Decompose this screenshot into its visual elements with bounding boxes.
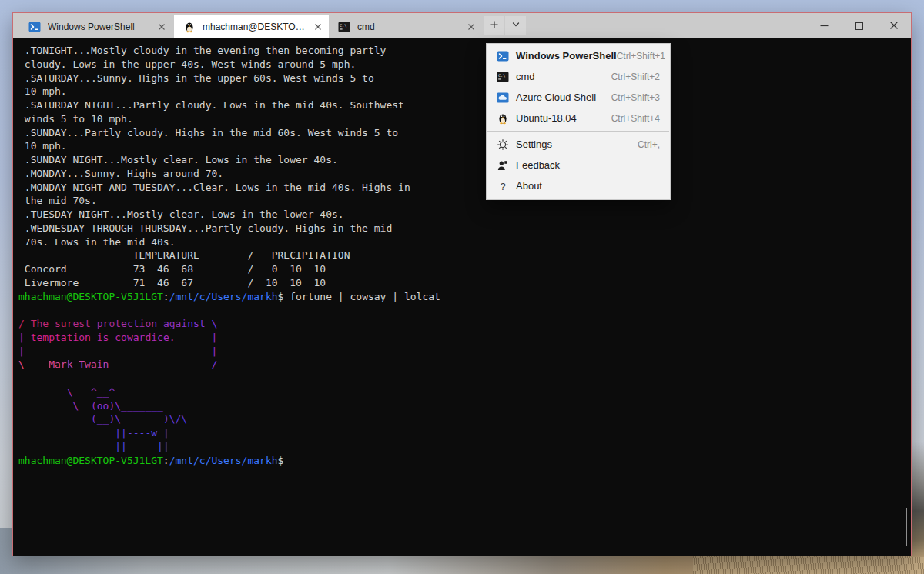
cowsay-line: _______________________________	[18, 303, 911, 317]
tab-label: mhachman@DESKTOP-V5J1LGT	[203, 22, 309, 32]
terminal-scrollbar[interactable]	[906, 508, 907, 546]
cmd-icon: C:\	[497, 71, 509, 83]
terminal-line: .SATURDAY...Sunny. Highs in the upper 60…	[18, 72, 911, 85]
window-controls	[807, 13, 911, 38]
menu-item-cmd[interactable]: C:\cmdCtrl+Shift+2	[487, 66, 670, 87]
maximize-button[interactable]	[842, 13, 876, 38]
minimize-icon	[820, 19, 829, 33]
terminal-line: 10 mph.	[18, 139, 911, 153]
cowsay-line: -------------------------------	[18, 372, 911, 385]
menu-item-about[interactable]: ?About	[487, 175, 670, 196]
profile-menu: Windows PowerShellCtrl+Shift+1C:\cmdCtrl…	[486, 43, 671, 200]
menu-item-label: Windows PowerShell	[516, 50, 617, 62]
powershell-icon	[497, 50, 509, 62]
feedback-icon	[497, 159, 509, 172]
tab-close-button[interactable]	[156, 21, 168, 33]
terminal-line: .TUESDAY NIGHT...Mostly clear. Lows in t…	[18, 208, 911, 222]
tab-label: Windows PowerShell	[48, 22, 151, 32]
terminal-window: Windows PowerShellmhachman@DESKTOP-V5J1L…	[12, 12, 912, 556]
minimize-button[interactable]	[807, 13, 842, 38]
terminal-line: Livermore 71 46 67 / 10 10 10	[18, 276, 911, 290]
svg-text:?: ?	[500, 180, 505, 192]
terminal-line: Concord 73 46 68 / 0 10 10	[18, 262, 911, 276]
cmd-icon: C:\	[338, 21, 350, 33]
profile-dropdown-button[interactable]	[505, 16, 526, 35]
menu-divider	[487, 131, 669, 132]
tab-strip: Windows PowerShellmhachman@DESKTOP-V5J1L…	[19, 13, 484, 38]
menu-item-label: Azure Cloud Shell	[516, 92, 596, 103]
menu-item-label: cmd	[516, 71, 535, 82]
terminal-line: .TONIGHT...Mostly cloudy in the evening …	[18, 44, 911, 58]
terminal-line: .SATURDAY NIGHT...Partly cloudy. Lows in…	[18, 98, 911, 112]
close-button[interactable]	[876, 13, 911, 38]
menu-item-label: Feedback	[516, 159, 560, 171]
terminal-line: cloudy. Lows in the upper 40s. West wind…	[18, 58, 911, 72]
prompt-line-command: mhachman@DESKTOP-V5J1LGT:/mnt/c/Users/ma…	[18, 290, 911, 304]
desktop: { "colors": { "window_border":"#c86d73",…	[0, 0, 924, 574]
tux-icon	[497, 112, 509, 125]
cowsay-line: | temptation is cowardice. |	[18, 331, 911, 345]
cowsay-line: \ ^__^	[18, 385, 911, 399]
svg-text:C:\: C:\	[340, 23, 346, 28]
menu-item-shortcut: Ctrl+,	[638, 139, 660, 150]
tab-close-button[interactable]	[465, 21, 477, 33]
terminal-line: .MONDAY NIGHT AND TUESDAY...Clear. Lows …	[18, 181, 911, 195]
menu-item-feedback[interactable]: Feedback	[487, 155, 670, 175]
tux-icon	[183, 21, 196, 33]
svg-text:C:\: C:\	[498, 72, 505, 77]
menu-item-shortcut: Ctrl+Shift+1	[617, 51, 665, 62]
terminal-line: TEMPERATURE / PRECIPITATION	[18, 249, 911, 262]
terminal-line: 10 mph.	[18, 85, 911, 98]
cowsay-line: \ (oo)\_______	[18, 399, 911, 413]
menu-item-label: About	[516, 180, 542, 192]
cowsay-line: / The surest protection against \	[18, 317, 911, 331]
terminal-line: 70s. Lows in the mid 40s.	[18, 235, 911, 249]
terminal-line: .MONDAY...Sunny. Highs around 70.	[18, 167, 911, 181]
terminal-line: winds 5 to 10 mph.	[18, 112, 911, 126]
cowsay-line: \ -- Mark Twain /	[18, 358, 911, 372]
tab-cmd[interactable]: C:\cmd	[329, 15, 484, 38]
tab-mhachman-desktop-v5j1lgt[interactable]: mhachman@DESKTOP-V5J1LGT	[174, 15, 329, 38]
cowsay-line: | |	[18, 345, 911, 359]
menu-item-windows-powershell[interactable]: Windows PowerShellCtrl+Shift+1	[487, 45, 670, 66]
maximize-icon	[855, 22, 863, 30]
question-icon: ?	[497, 180, 509, 192]
prompt-line-current: mhachman@DESKTOP-V5J1LGT:/mnt/c/Users/ma…	[18, 454, 911, 468]
menu-item-shortcut: Ctrl+Shift+4	[611, 113, 660, 124]
menu-item-settings[interactable]: SettingsCtrl+,	[487, 134, 670, 155]
menu-item-label: Settings	[516, 138, 552, 150]
cowsay-line: (__)\ )\/\	[18, 412, 911, 426]
titlebar: Windows PowerShellmhachman@DESKTOP-V5J1L…	[13, 13, 911, 38]
plus-icon	[490, 18, 499, 32]
menu-item-label: Ubuntu-18.04	[516, 112, 577, 124]
cowsay-line: ||----w |	[18, 426, 911, 440]
tab-windows-powershell[interactable]: Windows PowerShell	[19, 15, 174, 38]
terminal-line: the mid 70s.	[18, 194, 911, 208]
menu-item-shortcut: Ctrl+Shift+2	[611, 72, 660, 82]
tab-close-button[interactable]	[313, 21, 323, 33]
chevron-down-icon	[511, 18, 521, 32]
powershell-icon	[28, 21, 41, 33]
terminal-screen[interactable]: .TONIGHT...Mostly cloudy in the evening …	[13, 38, 911, 556]
menu-item-azure-cloud-shell[interactable]: Azure Cloud ShellCtrl+Shift+3	[487, 87, 670, 108]
new-tab-button[interactable]	[484, 16, 504, 35]
azure-icon	[497, 92, 509, 104]
close-icon	[889, 19, 899, 33]
menu-item-ubuntu-18-04[interactable]: Ubuntu-18.04Ctrl+Shift+4	[487, 108, 670, 128]
tab-label: cmd	[357, 22, 460, 32]
terminal-line: .SUNDAY...Partly cloudy. Highs in the mi…	[18, 126, 911, 140]
terminal-line: .WEDNESDAY THROUGH THURSDAY...Partly clo…	[18, 222, 911, 235]
menu-item-shortcut: Ctrl+Shift+3	[611, 92, 660, 103]
wallpaper-rocks	[910, 442, 924, 557]
terminal-line: .SUNDAY NIGHT...Mostly clear. Lows in th…	[18, 153, 911, 167]
gear-icon	[497, 138, 509, 151]
cowsay-line: || ||	[18, 440, 911, 454]
